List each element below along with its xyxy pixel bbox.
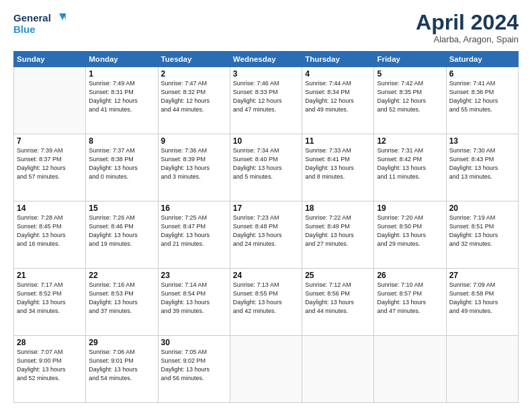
calendar-cell: 16Sunrise: 7:25 AM Sunset: 8:47 PM Dayli…: [158, 201, 230, 269]
day-info: Sunrise: 7:46 AM Sunset: 8:33 PM Dayligh…: [233, 79, 299, 114]
calendar-cell: 13Sunrise: 7:30 AM Sunset: 8:43 PM Dayli…: [446, 134, 518, 201]
day-number: 28: [17, 338, 83, 347]
day-number: 2: [161, 69, 227, 79]
calendar-cell: 29Sunrise: 7:06 AM Sunset: 9:01 PM Dayli…: [86, 336, 158, 403]
weekday-header-monday: Monday: [86, 52, 158, 67]
calendar-cell: 26Sunrise: 7:10 AM Sunset: 8:57 PM Dayli…: [374, 269, 446, 336]
calendar-cell: [14, 67, 86, 134]
day-info: Sunrise: 7:14 AM Sunset: 8:54 PM Dayligh…: [161, 281, 227, 316]
day-number: 22: [89, 271, 154, 280]
day-info: Sunrise: 7:20 AM Sunset: 8:50 PM Dayligh…: [377, 214, 443, 248]
page-header: General Blue April 2024 Alarba, Aragon, …: [13, 11, 519, 44]
location: Alarba, Aragon, Spain: [416, 34, 519, 44]
calendar-cell: 30Sunrise: 7:05 AM Sunset: 9:02 PM Dayli…: [158, 336, 230, 403]
day-info: Sunrise: 7:39 AM Sunset: 8:37 PM Dayligh…: [17, 146, 83, 181]
day-info: Sunrise: 7:47 AM Sunset: 8:32 PM Dayligh…: [161, 79, 227, 114]
weekday-header-saturday: Saturday: [446, 52, 518, 67]
day-info: Sunrise: 7:16 AM Sunset: 8:53 PM Dayligh…: [89, 281, 154, 316]
day-info: Sunrise: 7:31 AM Sunset: 8:42 PM Dayligh…: [377, 146, 443, 181]
day-info: Sunrise: 7:06 AM Sunset: 9:01 PM Dayligh…: [89, 348, 154, 383]
calendar-cell: 12Sunrise: 7:31 AM Sunset: 8:42 PM Dayli…: [374, 134, 446, 201]
day-info: Sunrise: 7:07 AM Sunset: 9:00 PM Dayligh…: [17, 348, 83, 383]
calendar-cell: 19Sunrise: 7:20 AM Sunset: 8:50 PM Dayli…: [374, 201, 446, 269]
day-number: 23: [161, 271, 227, 280]
day-info: Sunrise: 7:36 AM Sunset: 8:39 PM Dayligh…: [161, 146, 227, 181]
calendar-cell: 5Sunrise: 7:42 AM Sunset: 8:35 PM Daylig…: [374, 67, 446, 134]
day-number: 8: [89, 136, 154, 146]
day-info: Sunrise: 7:17 AM Sunset: 8:52 PM Dayligh…: [17, 281, 83, 316]
day-number: 26: [377, 271, 443, 280]
calendar-week-3: 14Sunrise: 7:28 AM Sunset: 8:45 PM Dayli…: [14, 201, 519, 269]
day-info: Sunrise: 7:19 AM Sunset: 8:51 PM Dayligh…: [449, 214, 515, 248]
logo: General Blue: [13, 11, 67, 39]
day-number: 9: [161, 136, 227, 146]
day-info: Sunrise: 7:12 AM Sunset: 8:56 PM Dayligh…: [305, 281, 371, 316]
calendar-body: 1Sunrise: 7:49 AM Sunset: 8:31 PM Daylig…: [14, 67, 519, 403]
day-number: 19: [377, 203, 443, 213]
day-info: Sunrise: 7:26 AM Sunset: 8:46 PM Dayligh…: [89, 214, 154, 248]
day-info: Sunrise: 7:37 AM Sunset: 8:38 PM Dayligh…: [89, 146, 154, 181]
calendar-cell: 18Sunrise: 7:22 AM Sunset: 8:49 PM Dayli…: [302, 201, 374, 269]
calendar-cell: 10Sunrise: 7:34 AM Sunset: 8:40 PM Dayli…: [230, 134, 302, 201]
day-info: Sunrise: 7:05 AM Sunset: 9:02 PM Dayligh…: [161, 348, 227, 383]
calendar-cell: 1Sunrise: 7:49 AM Sunset: 8:31 PM Daylig…: [86, 67, 158, 134]
calendar-cell: 8Sunrise: 7:37 AM Sunset: 8:38 PM Daylig…: [86, 134, 158, 201]
calendar-cell: 2Sunrise: 7:47 AM Sunset: 8:32 PM Daylig…: [158, 67, 230, 134]
day-info: Sunrise: 7:44 AM Sunset: 8:34 PM Dayligh…: [305, 79, 371, 114]
calendar-cell: 15Sunrise: 7:26 AM Sunset: 8:46 PM Dayli…: [86, 201, 158, 269]
day-number: 15: [89, 203, 154, 213]
day-info: Sunrise: 7:30 AM Sunset: 8:43 PM Dayligh…: [449, 146, 515, 181]
day-info: Sunrise: 7:23 AM Sunset: 8:48 PM Dayligh…: [233, 214, 299, 248]
calendar-cell: 7Sunrise: 7:39 AM Sunset: 8:37 PM Daylig…: [14, 134, 86, 201]
day-number: 25: [305, 271, 371, 280]
day-number: 29: [89, 338, 154, 347]
day-info: Sunrise: 7:34 AM Sunset: 8:40 PM Dayligh…: [233, 146, 299, 181]
day-number: 13: [449, 136, 515, 146]
day-info: Sunrise: 7:10 AM Sunset: 8:57 PM Dayligh…: [377, 281, 443, 316]
svg-text:Blue: Blue: [13, 24, 36, 35]
day-number: 7: [17, 136, 83, 146]
weekday-header-wednesday: Wednesday: [230, 52, 302, 67]
title-block: April 2024 Alarba, Aragon, Spain: [416, 11, 519, 44]
day-info: Sunrise: 7:42 AM Sunset: 8:35 PM Dayligh…: [377, 79, 443, 114]
svg-text:General: General: [13, 12, 51, 24]
weekday-header-friday: Friday: [374, 52, 446, 67]
day-info: Sunrise: 7:28 AM Sunset: 8:45 PM Dayligh…: [17, 214, 83, 248]
day-number: 1: [89, 69, 154, 79]
logo-svg: General Blue: [13, 11, 67, 39]
day-info: Sunrise: 7:25 AM Sunset: 8:47 PM Dayligh…: [161, 214, 227, 248]
day-number: 27: [449, 271, 515, 280]
calendar-cell: 6Sunrise: 7:41 AM Sunset: 8:36 PM Daylig…: [446, 67, 518, 134]
day-info: Sunrise: 7:13 AM Sunset: 8:55 PM Dayligh…: [233, 281, 299, 316]
day-number: 10: [233, 136, 299, 146]
day-number: 17: [233, 203, 299, 213]
calendar-week-1: 1Sunrise: 7:49 AM Sunset: 8:31 PM Daylig…: [14, 67, 519, 134]
calendar-cell: 28Sunrise: 7:07 AM Sunset: 9:00 PM Dayli…: [14, 336, 86, 403]
calendar-cell: [446, 336, 518, 403]
weekday-header-row: SundayMondayTuesdayWednesdayThursdayFrid…: [14, 52, 519, 67]
calendar-cell: 3Sunrise: 7:46 AM Sunset: 8:33 PM Daylig…: [230, 67, 302, 134]
calendar-cell: 17Sunrise: 7:23 AM Sunset: 8:48 PM Dayli…: [230, 201, 302, 269]
day-number: 16: [161, 203, 227, 213]
day-info: Sunrise: 7:09 AM Sunset: 8:58 PM Dayligh…: [449, 281, 515, 316]
day-info: Sunrise: 7:33 AM Sunset: 8:41 PM Dayligh…: [305, 146, 371, 181]
calendar-cell: 4Sunrise: 7:44 AM Sunset: 8:34 PM Daylig…: [302, 67, 374, 134]
calendar-cell: 25Sunrise: 7:12 AM Sunset: 8:56 PM Dayli…: [302, 269, 374, 336]
calendar-cell: 9Sunrise: 7:36 AM Sunset: 8:39 PM Daylig…: [158, 134, 230, 201]
day-number: 6: [449, 69, 515, 79]
calendar-table: SundayMondayTuesdayWednesdayThursdayFrid…: [13, 51, 519, 403]
day-number: 18: [305, 203, 371, 213]
weekday-header-thursday: Thursday: [302, 52, 374, 67]
calendar-cell: 20Sunrise: 7:19 AM Sunset: 8:51 PM Dayli…: [446, 201, 518, 269]
day-number: 30: [161, 338, 227, 347]
day-info: Sunrise: 7:41 AM Sunset: 8:36 PM Dayligh…: [449, 79, 515, 114]
calendar-cell: 23Sunrise: 7:14 AM Sunset: 8:54 PM Dayli…: [158, 269, 230, 336]
calendar-cell: [230, 336, 302, 403]
calendar-cell: 21Sunrise: 7:17 AM Sunset: 8:52 PM Dayli…: [14, 269, 86, 336]
day-number: 5: [377, 69, 443, 79]
day-number: 11: [305, 136, 371, 146]
day-number: 3: [233, 69, 299, 79]
calendar-cell: 14Sunrise: 7:28 AM Sunset: 8:45 PM Dayli…: [14, 201, 86, 269]
calendar-week-5: 28Sunrise: 7:07 AM Sunset: 9:00 PM Dayli…: [14, 336, 519, 403]
month-title: April 2024: [416, 11, 519, 34]
